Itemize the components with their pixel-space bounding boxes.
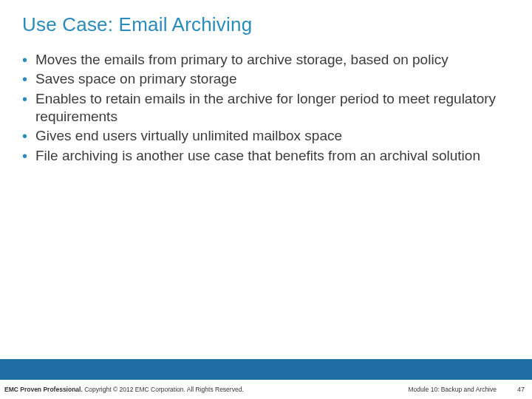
list-item: Saves space on primary storage xyxy=(22,70,510,88)
slide-content: Moves the emails from primary to archive… xyxy=(0,36,532,165)
footer-page-number: 47 xyxy=(517,386,525,393)
footer-copyright-text: Copyright © 2012 EMC Corporation. All Ri… xyxy=(83,386,244,393)
list-item: File archiving is another use case that … xyxy=(22,147,510,165)
list-item: Moves the emails from primary to archive… xyxy=(22,51,510,69)
list-item: Gives end users virtually unlimited mail… xyxy=(22,127,510,145)
footer-copyright: EMC Proven Professional. Copyright © 201… xyxy=(4,386,244,393)
footer-brand: EMC Proven Professional. xyxy=(4,386,83,393)
list-item: Enables to retain emails in the archive … xyxy=(22,90,510,126)
slide: Use Case: Email Archiving Moves the emai… xyxy=(0,0,532,399)
footer-module: Module 10: Backup and Archive xyxy=(408,386,497,393)
slide-title: Use Case: Email Archiving xyxy=(0,0,532,36)
bullet-list: Moves the emails from primary to archive… xyxy=(22,51,510,165)
footer-bar xyxy=(0,359,532,380)
